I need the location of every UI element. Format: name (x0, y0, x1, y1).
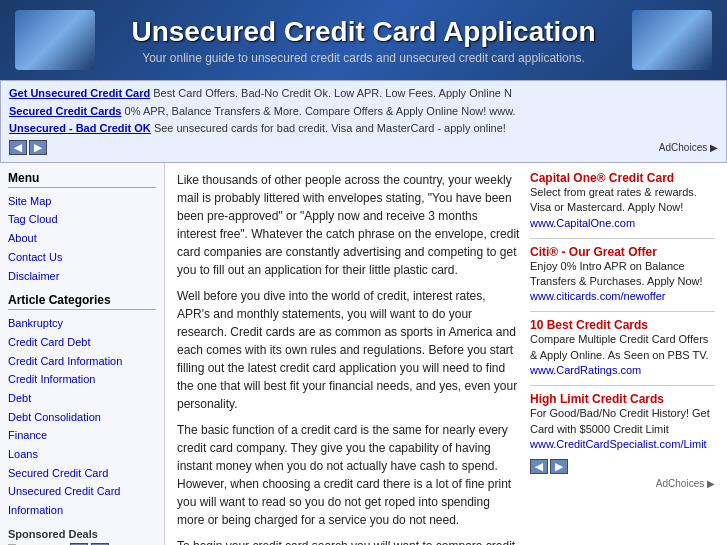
ad-link-1[interactable]: Get Unsecured Credit Card (9, 87, 150, 99)
right-ad-3-desc: Compare Multiple Credit Card Offers & Ap… (530, 332, 715, 363)
ad-bar-nav: ◀ ▶ AdChoices ▶ (9, 140, 718, 156)
right-ad-3-link[interactable]: www.CardRatings.com (530, 364, 641, 376)
sidebar-item-tagcloud[interactable]: Tag Cloud (8, 210, 156, 229)
sidebar-item-contactus[interactable]: Contact Us (8, 248, 156, 267)
header-text-block: Unsecured Credit Card Application Your o… (95, 16, 632, 65)
page-subtitle: Your online guide to unsecured credit ca… (95, 51, 632, 65)
ad-link-3[interactable]: Unsecured - Bad Credit OK (9, 122, 151, 134)
sidebar-item-creditcarddebt[interactable]: Credit Card Debt (8, 333, 156, 352)
sidebar-item-about[interactable]: About (8, 229, 156, 248)
ad-bar-next-button[interactable]: ▶ (29, 140, 47, 155)
right-ad-1-desc: Select from great rates & rewards. Visa … (530, 185, 715, 216)
content-area: Like thousands of other people across th… (177, 171, 715, 545)
ad-desc-1: Best Card Offers. Bad-No Credit Ok. Low … (153, 87, 512, 99)
ad-desc-2: 0% APR, Balance Transfers & More. Compar… (125, 105, 516, 117)
header-image-right (632, 10, 712, 70)
content-para-4: To begin your credit card search you wil… (177, 537, 520, 545)
sidebar: Menu Site Map Tag Cloud About Contact Us… (0, 163, 165, 545)
right-ad-1: Capital One® Credit Card Select from gre… (530, 171, 715, 230)
page-title: Unsecured Credit Card Application (95, 16, 632, 48)
right-ads-nav: ◀ ▶ (530, 459, 715, 474)
ad-divider-2 (530, 311, 715, 312)
sidebar-item-sitemap[interactable]: Site Map (8, 192, 156, 211)
main-content: Like thousands of other people across th… (165, 163, 727, 545)
right-ad-3: 10 Best Credit Cards Compare Multiple Cr… (530, 318, 715, 377)
sidebar-item-loans[interactable]: Loans (8, 445, 156, 464)
main-layout: Menu Site Map Tag Cloud About Contact Us… (0, 163, 727, 545)
ad-choices-label: AdChoices ▶ (659, 140, 718, 156)
ad-bar: Get Unsecured Credit Card Best Card Offe… (0, 80, 727, 163)
ad-bar-row-1: Get Unsecured Credit Card Best Card Offe… (9, 85, 718, 103)
sidebar-item-bankruptcy[interactable]: Bankruptcy (8, 314, 156, 333)
sidebar-item-debtconsolidation[interactable]: Debt Consolidation (8, 408, 156, 427)
right-ad-choices-label: AdChoices ▶ (530, 478, 715, 489)
content-body: Like thousands of other people across th… (177, 171, 520, 545)
ad-divider-1 (530, 238, 715, 239)
sidebar-item-disclaimer[interactable]: Disclaimer (8, 267, 156, 286)
right-ad-1-link[interactable]: www.CapitalOne.com (530, 217, 635, 229)
right-ad-2-title: Citi® - Our Great Offer (530, 245, 715, 259)
right-ad-4: High Limit Credit Cards For Good/Bad/No … (530, 392, 715, 451)
content-para-3: The basic function of a credit card is t… (177, 421, 520, 529)
sidebar-item-unsecuredcardinfo[interactable]: Unsecured Credit Card Information (8, 482, 156, 519)
sidebar-item-creditinfo[interactable]: Credit Information (8, 370, 156, 389)
ad-divider-3 (530, 385, 715, 386)
sidebar-item-creditcardinfo[interactable]: Credit Card Information (8, 352, 156, 371)
ad-desc-3: See unsecured cards for bad credit. Visa… (154, 122, 506, 134)
right-ad-4-link[interactable]: www.CreditCardSpecialist.com/Limit (530, 438, 707, 450)
ad-bar-prev-button[interactable]: ◀ (9, 140, 27, 155)
categories-section-title: Article Categories (8, 293, 156, 310)
right-ads-prev-button[interactable]: ◀ (530, 459, 548, 474)
ad-link-2[interactable]: Secured Credit Cards (9, 105, 121, 117)
right-ad-4-title: High Limit Credit Cards (530, 392, 715, 406)
content-para-2: Well before you dive into the world of c… (177, 287, 520, 413)
right-ads-next-button[interactable]: ▶ (550, 459, 568, 474)
header-image (15, 10, 95, 70)
right-ad-2: Citi® - Our Great Offer Enjoy 0% Intro A… (530, 245, 715, 304)
right-ad-2-link[interactable]: www.citicards.com/newoffer (530, 290, 666, 302)
right-ads: Capital One® Credit Card Select from gre… (530, 171, 715, 545)
sponsored-section-title: Sponsored Deals (8, 528, 156, 540)
right-ad-4-desc: For Good/Bad/No Credit History! Get Card… (530, 406, 715, 437)
content-para-1: Like thousands of other people across th… (177, 171, 520, 279)
sidebar-item-securedcard[interactable]: Secured Credit Card (8, 464, 156, 483)
right-ad-2-desc: Enjoy 0% Intro APR on Balance Transfers … (530, 259, 715, 290)
sidebar-item-debt[interactable]: Debt (8, 389, 156, 408)
right-ad-3-title: 10 Best Credit Cards (530, 318, 715, 332)
menu-section-title: Menu (8, 171, 156, 188)
sidebar-item-finance[interactable]: Finance (8, 426, 156, 445)
right-ad-1-title: Capital One® Credit Card (530, 171, 715, 185)
page-header: Unsecured Credit Card Application Your o… (0, 0, 727, 80)
ad-bar-row-3: Unsecured - Bad Credit OK See unsecured … (9, 120, 718, 138)
ad-bar-row-2: Secured Credit Cards 0% APR, Balance Tra… (9, 103, 718, 121)
